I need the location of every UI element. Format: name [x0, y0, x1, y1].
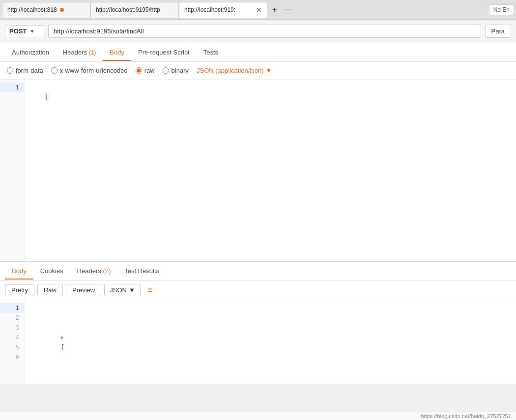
response-tabs: Body Cookies Headers (2) Test Results	[0, 262, 516, 280]
method-label: POST	[9, 28, 27, 35]
tab-3-close[interactable]: ✕	[252, 6, 262, 14]
browser-tab-1[interactable]: http://localhost:818	[2, 2, 90, 18]
request-tabs: Authorization Headers (1) Body Pre-reque…	[0, 43, 516, 62]
no-env-badge[interactable]: No En	[489, 4, 514, 15]
request-code-content[interactable]: |	[25, 80, 516, 261]
cursor-line: |	[45, 93, 49, 101]
resp-tab-test-results[interactable]: Test Results	[117, 263, 166, 280]
resp-ln-1: 1	[0, 303, 24, 313]
json-dropdown[interactable]: JSON ▼	[104, 284, 141, 296]
url-bar-area: POST ▼ Para	[0, 20, 516, 43]
status-bar: https://blog.csdn.net/baidu_27527251	[0, 412, 516, 420]
response-body: 1 2 3 4 5 6 ▼ { "code": 200, "message": …	[0, 300, 516, 384]
binary-label: binary	[172, 67, 189, 74]
status-url: https://blog.csdn.net/baidu_27527251	[421, 413, 511, 419]
binary-option[interactable]: binary	[163, 67, 189, 74]
resp-ln-4: 4	[0, 333, 24, 342]
response-toolbar: Pretty Raw Preview JSON ▼ ≡	[0, 280, 516, 300]
browser-tab-3[interactable]: http://localhost:919: ✕	[179, 2, 267, 18]
json-dropdown-label: JSON	[110, 286, 127, 294]
tab-2-label: http://localhost:9195/http	[96, 6, 160, 13]
raw-label: raw	[144, 67, 155, 74]
form-data-label: form-data	[16, 67, 43, 74]
url-input[interactable]	[48, 25, 481, 38]
params-button[interactable]: Para	[485, 25, 511, 38]
raw-radio[interactable]	[136, 67, 142, 74]
tab-tests[interactable]: Tests	[197, 45, 225, 61]
method-chevron-icon: ▼	[29, 28, 34, 34]
more-tabs-button[interactable]: ···	[282, 4, 294, 15]
raw-button[interactable]: Raw	[37, 284, 63, 296]
browser-tab-2[interactable]: http://localhost:9195/http	[90, 2, 179, 18]
resp-tab-body[interactable]: Body	[5, 263, 33, 280]
tab-pre-request[interactable]: Pre-request Script	[131, 45, 197, 61]
resp-ln-2: 2	[0, 313, 24, 323]
headers-badge: (1)	[89, 49, 96, 56]
resp-ln-3: 3	[0, 323, 24, 333]
pretty-button[interactable]: Pretty	[5, 284, 34, 296]
tab-headers[interactable]: Headers (1)	[56, 45, 103, 61]
urlencoded-option[interactable]: x-www-form-urlencoded	[51, 67, 128, 74]
json-type-chevron-icon: ▼	[266, 67, 272, 74]
collapse-icon-1[interactable]: ▼	[60, 333, 66, 339]
urlencoded-radio[interactable]	[51, 67, 57, 74]
raw-option[interactable]: raw	[136, 67, 155, 74]
tab-1-dot	[60, 8, 64, 12]
tab-1-label: http://localhost:818	[7, 6, 57, 13]
form-data-option[interactable]: form-data	[7, 67, 43, 74]
browser-tab-bar: http://localhost:818 http://localhost:91…	[0, 0, 516, 20]
wrap-button[interactable]: ≡	[143, 283, 157, 297]
line-number-1: 1	[0, 83, 24, 92]
response-line-numbers: 1 2 3 4 5 6	[0, 300, 25, 384]
resp-tab-cookies[interactable]: Cookies	[33, 263, 70, 280]
json-type-label: JSON (application/json)	[197, 67, 264, 74]
body-options: form-data x-www-form-urlencoded raw bina…	[0, 62, 516, 80]
json-type-button[interactable]: JSON (application/json) ▼	[197, 67, 272, 74]
new-tab-button[interactable]: +	[269, 4, 280, 15]
request-line-numbers: 1	[0, 80, 25, 261]
resp-ln-5: 5	[0, 342, 24, 352]
resp-line-2: "code": 200,	[29, 382, 511, 384]
json-dropdown-chevron-icon: ▼	[129, 286, 135, 294]
tab-3-label: http://localhost:919:	[184, 6, 235, 13]
response-code: ▼ { "code": 200, "message": "Access to s…	[25, 300, 516, 384]
urlencoded-label: x-www-form-urlencoded	[60, 67, 128, 74]
tab-body[interactable]: Body	[103, 45, 131, 61]
resp-headers-badge: (2)	[103, 267, 111, 275]
method-selector[interactable]: POST ▼	[5, 25, 44, 37]
response-section: Body Cookies Headers (2) Test Results Pr…	[0, 261, 516, 384]
form-data-radio[interactable]	[7, 67, 13, 74]
request-editor: 1 |	[0, 80, 516, 261]
resp-tab-headers[interactable]: Headers (2)	[70, 263, 118, 280]
tab-actions: + ···	[269, 4, 294, 15]
binary-radio[interactable]	[163, 67, 169, 74]
tab-authorization[interactable]: Authorization	[5, 45, 56, 61]
resp-line-1: ▼ {	[29, 323, 511, 362]
resp-ln-6: 6	[0, 352, 24, 362]
preview-button[interactable]: Preview	[66, 284, 101, 296]
